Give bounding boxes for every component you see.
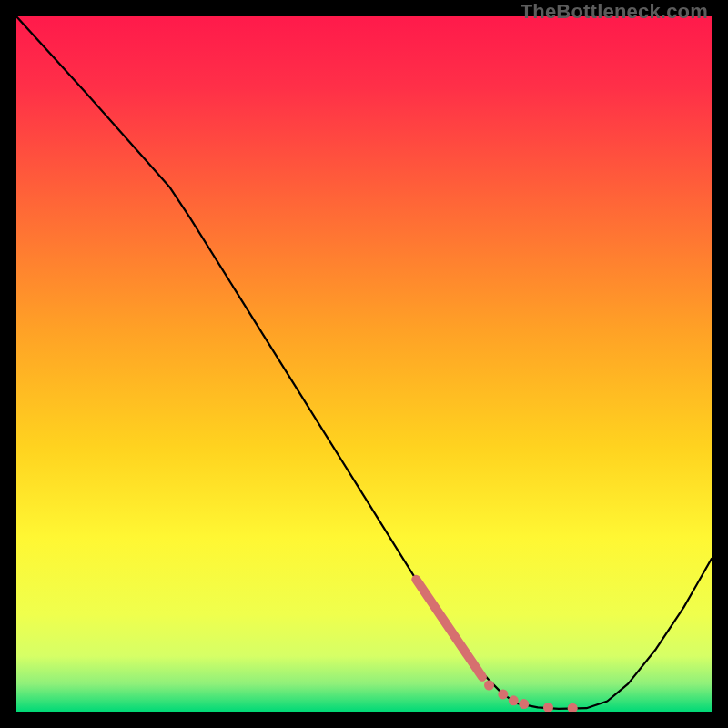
highlight-dot (484, 681, 494, 691)
chart-container: { "watermark": "TheBottleneck.com", "cha… (0, 0, 728, 728)
highlight-dot (509, 695, 519, 705)
highlight-dot (519, 699, 529, 709)
watermark-text: TheBottleneck.com (521, 0, 708, 24)
chart-background (16, 16, 712, 712)
chart-plot (16, 16, 712, 712)
highlight-dot (498, 689, 508, 699)
